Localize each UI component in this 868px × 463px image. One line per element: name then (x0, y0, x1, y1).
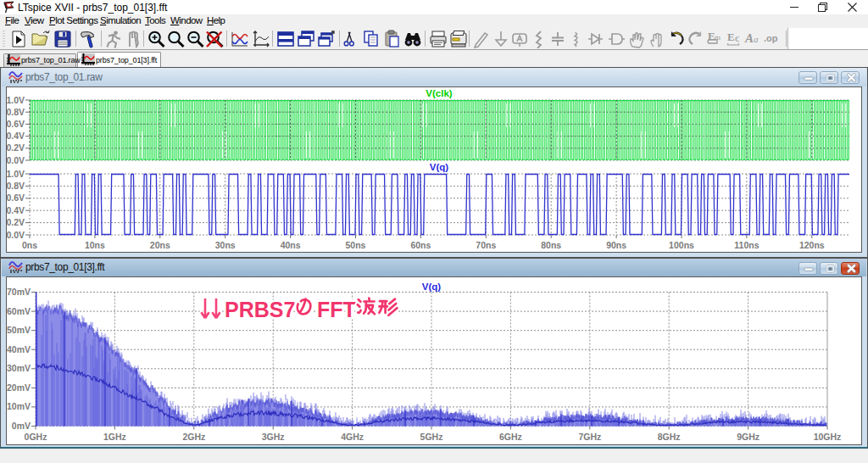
svg-text:60ns: 60ns (410, 240, 431, 250)
svg-text:4GHz: 4GHz (341, 432, 364, 442)
svg-text:0.0V: 0.0V (7, 155, 25, 165)
svg-text:70mV: 70mV (7, 287, 31, 297)
svg-text:0mV: 0mV (12, 421, 31, 431)
svg-text:E: E (727, 31, 735, 43)
svg-text:1.0V: 1.0V (7, 95, 25, 105)
svg-text:0.6V: 0.6V (7, 119, 25, 129)
svg-text:20ns: 20ns (150, 240, 170, 250)
svg-text:0.2V: 0.2V (7, 142, 25, 153)
svg-text:0ns: 0ns (22, 240, 37, 250)
svg-text:FFT: FFT (317, 298, 356, 321)
svg-text:120ns: 120ns (799, 240, 825, 250)
svg-text:80ns: 80ns (541, 240, 561, 250)
svg-text:7GHz: 7GHz (578, 432, 601, 442)
svg-text:5GHz: 5GHz (420, 432, 443, 442)
svg-text:20mV: 20mV (7, 382, 31, 393)
svg-text:30mV: 30mV (7, 363, 31, 373)
svg-text:90ns: 90ns (606, 240, 626, 250)
svg-text:9GHz: 9GHz (737, 432, 760, 442)
svg-text:0.0V: 0.0V (7, 230, 25, 240)
svg-text:1GHz: 1GHz (103, 432, 126, 442)
svg-text:100ns: 100ns (669, 240, 694, 250)
svg-text:40mV: 40mV (7, 344, 31, 354)
svg-text:є: є (735, 32, 739, 44)
svg-text:30ns: 30ns (215, 240, 236, 250)
svg-text:10mV: 10mV (7, 401, 31, 411)
svg-text:V(q): V(q) (430, 162, 449, 172)
svg-text:50mV: 50mV (7, 325, 31, 335)
svg-text:PRBS7: PRBS7 (225, 298, 295, 321)
svg-text:10GHz: 10GHz (814, 432, 842, 442)
svg-text:50ns: 50ns (346, 240, 366, 250)
svg-text:110ns: 110ns (734, 240, 759, 250)
svg-text:0.4V: 0.4V (7, 205, 25, 215)
svg-text:6GHz: 6GHz (499, 432, 522, 442)
svg-text:0.2V: 0.2V (7, 217, 25, 227)
svg-text:V(clk): V(clk) (426, 88, 452, 98)
svg-text:0.6V: 0.6V (7, 192, 25, 203)
svg-text:40ns: 40ns (281, 240, 301, 250)
svg-text:A: A (744, 31, 754, 45)
svg-text:0.8V: 0.8V (7, 181, 25, 191)
svg-text:a: a (754, 34, 759, 44)
svg-text:3GHz: 3GHz (262, 432, 285, 442)
svg-text:0.4V: 0.4V (7, 131, 25, 141)
svg-text:0GHz: 0GHz (25, 432, 47, 442)
svg-text:.op: .op (764, 33, 778, 43)
svg-text:0.8V: 0.8V (7, 107, 25, 117)
svg-text:8GHz: 8GHz (658, 432, 681, 442)
svg-text:1.0V: 1.0V (7, 169, 25, 179)
svg-text:60mV: 60mV (7, 306, 31, 316)
svg-text:70ns: 70ns (476, 240, 496, 250)
svg-text:2GHz: 2GHz (182, 432, 205, 442)
svg-text:m: m (715, 33, 721, 42)
svg-text:10ns: 10ns (85, 240, 105, 250)
